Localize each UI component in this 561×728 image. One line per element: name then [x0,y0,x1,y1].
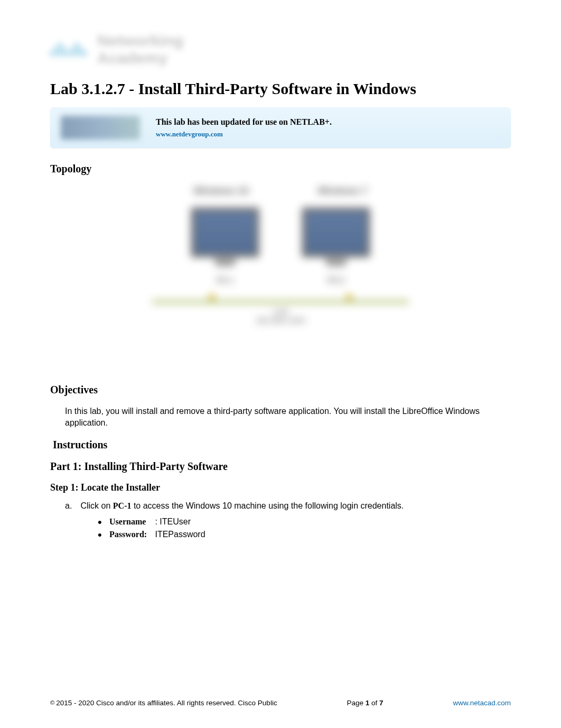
topology-heading: Topology [50,163,511,175]
topo-label-win7: Windows 7 [318,186,368,197]
update-notice: This lab has been updated for use on NET… [50,107,511,148]
step-letter: a. [65,500,78,512]
part1-heading: Part 1: Installing Third-Party Software [50,460,511,473]
step-text-post: to access the Windows 10 machine using t… [131,501,404,510]
notice-text: This lab has been updated for use on NET… [156,117,500,127]
page-title: Lab 3.1.2.7 - Install Third-Party Softwa… [50,80,511,98]
monitor-icon [191,207,259,257]
topo-label-win10: Windows 10 [194,186,249,197]
cisco-icon [50,42,87,57]
step1-heading: Step 1: Locate the Installer [50,482,511,493]
network-line [152,300,409,303]
cred-label: Username [109,515,153,528]
objectives-heading: Objectives [50,384,511,396]
subnet-label: 192.168.1.0/24 [138,316,423,325]
page-number: Page 1 of 7 [347,699,384,707]
footer-url[interactable]: www.netacad.com [453,699,511,707]
page-footer: 2015 - 2020 Cisco and/or its affiliates.… [50,699,511,707]
step-text-bold: PC-1 [113,501,132,510]
cred-value: ITEUser [160,517,191,526]
monitor-icon [302,207,370,257]
cred-value: ITEPassword [155,530,205,539]
objectives-text: In this lab, you will install and remove… [65,406,511,429]
cred-username: Username : ITEUser [98,515,511,528]
step-text-pre: Click on [80,501,113,510]
instructions-heading: Instructions [53,439,511,451]
lan-label: LAN [138,308,423,316]
notice-link[interactable]: www.netdevgroup.com [156,130,500,139]
step1a: a. Click on PC-1 to access the Windows 1… [65,500,511,512]
cred-password: Password: ITEPassword [98,528,511,541]
topo-pc2-label: PC-2 [328,276,344,284]
copyright-text: 2015 - 2020 Cisco and/or its affiliates.… [50,699,277,707]
credentials-list: Username : ITEUser Password: ITEPassword [98,515,511,541]
brand-logo: Networking Academy [50,32,511,67]
topology-diagram: Windows 10 Windows 7 PC-1 PC-2 LAN 192.1… [138,186,423,365]
cred-label: Password: [109,528,153,541]
ndg-logo [61,116,140,140]
topo-pc1-label: PC-1 [217,276,233,284]
logo-text: Networking Academy [97,32,183,67]
